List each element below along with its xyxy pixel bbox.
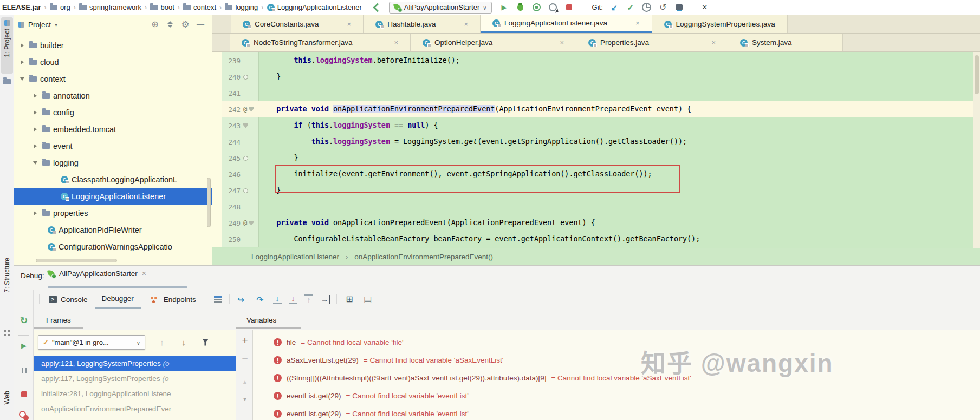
run-configuration-selector[interactable]: AliPayApplicationStarter (389, 2, 492, 14)
project-panel-title[interactable]: Project (28, 21, 51, 29)
stop-icon[interactable] (18, 388, 30, 400)
show-execution-point-icon[interactable]: ↪ (235, 293, 247, 305)
breadcrumb-item[interactable]: boot (150, 3, 174, 11)
watch-down-icon[interactable]: ▼ (239, 393, 251, 405)
run-to-cursor-icon[interactable]: → (320, 295, 330, 304)
stop-icon[interactable] (563, 2, 575, 14)
thread-down-icon[interactable]: ↓ (178, 336, 190, 348)
close-icon[interactable]: × (560, 38, 564, 47)
rollback-icon[interactable]: ↺ (657, 2, 669, 14)
close-icon[interactable] (142, 269, 146, 278)
variable-row[interactable]: !aSaxEventList.get(29)= Cannot find loca… (253, 351, 980, 369)
editor-tab[interactable]: CNodeToStringTransformer.java× (230, 34, 411, 51)
variable-row[interactable]: !eventList.get(29)= Cannot find local va… (253, 387, 980, 405)
chevron-right-icon[interactable] (31, 110, 39, 115)
coverage-icon[interactable] (531, 2, 543, 14)
editor-tab[interactable]: CCoreConstants.java× (231, 15, 364, 33)
chevron-right-icon[interactable] (31, 127, 39, 132)
tree-item[interactable]: logging (14, 154, 212, 171)
close-icon[interactable]: × (635, 19, 640, 27)
vertical-scrollbar[interactable] (207, 178, 211, 227)
debug-icon[interactable] (515, 2, 527, 14)
evaluate-icon[interactable]: ⊞ (343, 293, 355, 305)
frame-row[interactable]: apply:117, LoggingSystemProperties (o (34, 371, 236, 386)
variable-row[interactable]: !file= Cannot find local variable 'file' (253, 333, 980, 351)
chevron-down-icon[interactable] (31, 161, 39, 165)
tree-item[interactable]: embedded.tomcat (14, 121, 212, 137)
profiler-icon[interactable] (547, 2, 559, 14)
editor-breadcrumb-item[interactable]: onApplicationEnvironmentPreparedEvent() (354, 253, 493, 261)
hide-panel-icon[interactable]: — (194, 18, 206, 30)
variable-row[interactable]: !eventList.get(29)= Cannot find local va… (253, 405, 980, 420)
view-breakpoints-icon[interactable] (18, 410, 30, 420)
rerun-icon[interactable]: ↻ (18, 314, 30, 326)
resume-icon[interactable]: ▶ (18, 339, 30, 351)
tree-item[interactable]: annotation (14, 87, 212, 104)
tree-item[interactable]: event (14, 137, 212, 154)
locate-icon[interactable]: ⊕ (149, 18, 161, 30)
tab-console[interactable]: >Console (42, 290, 95, 309)
thread-up-icon[interactable]: ↑ (156, 336, 168, 348)
watch-up-icon[interactable]: ▲ (239, 376, 251, 388)
git-log-icon[interactable] (673, 2, 685, 14)
tree-item[interactable]: CConfigurationWarningsApplicatio (14, 238, 212, 255)
tree-item[interactable]: CLoggingApplicationListener (14, 188, 212, 205)
layout-icon[interactable]: ▤ (362, 293, 374, 305)
pause-icon[interactable] (18, 364, 30, 376)
tool-tab-project[interactable]: 1: Project (1, 17, 13, 74)
frame-row[interactable]: apply:121, LoggingSystemProperties (o (34, 356, 236, 371)
filter-icon[interactable] (199, 336, 211, 348)
tree-item[interactable]: CApplicationPidFileWriter (14, 221, 212, 238)
chevron-right-icon[interactable] (31, 144, 39, 148)
code-area[interactable]: 239 this.loggingSystem.beforeInitialize(… (212, 52, 980, 248)
settings-icon[interactable]: ⚙ (179, 18, 191, 30)
tab-debugger[interactable]: Debugger (95, 290, 141, 309)
hamburger-icon[interactable] (212, 293, 224, 305)
step-out-icon[interactable]: ↑ (304, 294, 313, 304)
tree-item[interactable]: cloud (14, 54, 212, 70)
editor-breadcrumb-item[interactable]: LoggingApplicationListener (251, 253, 339, 261)
tree-item[interactable]: CClasspathLoggingApplicationL (14, 171, 212, 188)
back-icon[interactable] (371, 2, 382, 14)
tree-item[interactable]: builder (14, 37, 212, 54)
debug-session-tab[interactable]: AliPayApplicationStarter (48, 269, 146, 278)
run-icon[interactable]: ▶ (498, 2, 510, 14)
tree-item[interactable]: config (14, 104, 212, 121)
variable-row[interactable]: !((String[])((AttributesImpl)((StartEven… (253, 369, 980, 387)
breadcrumb-item[interactable]: logging (225, 3, 258, 11)
frame-row[interactable]: initialize:281, LoggingApplicationListen… (34, 386, 236, 402)
close-icon[interactable]: × (347, 20, 352, 28)
editor-tab[interactable]: COptionHelper.java× (411, 34, 576, 51)
chevron-right-icon[interactable] (18, 43, 26, 48)
editor-tab[interactable]: CHashtable.java× (364, 15, 481, 33)
remove-watch-icon[interactable]: − (239, 352, 251, 364)
frames-title[interactable]: Frames (46, 316, 71, 324)
tool-grid-icon[interactable] (4, 330, 10, 336)
chevron-right-icon[interactable] (31, 211, 39, 215)
close-icon[interactable]: × (711, 38, 716, 47)
chevron-down-icon[interactable] (18, 77, 26, 81)
breadcrumb-item[interactable]: ELEASE.jar (2, 3, 41, 11)
folder-icon[interactable] (3, 79, 11, 84)
editor-tab[interactable]: CProperties.java× (576, 34, 728, 51)
step-into-icon[interactable]: ↓ (273, 294, 282, 304)
fold-icon[interactable] (243, 188, 248, 193)
breadcrumb-item[interactable]: context (183, 3, 216, 11)
tree-item[interactable]: context (14, 70, 212, 87)
commit-icon[interactable]: ✓ (625, 2, 637, 14)
variables-title[interactable]: Variables (246, 316, 276, 324)
tabs-options-icon[interactable]: — (220, 20, 228, 29)
chevron-right-icon[interactable] (18, 60, 26, 64)
tool-tab-structure[interactable]: 7: Structure (3, 258, 11, 293)
toolbar-more-icon[interactable]: ✕ (699, 2, 711, 14)
tab-endpoints[interactable]: Endpoints (141, 290, 203, 309)
fold-icon[interactable] (243, 156, 248, 161)
step-over-icon[interactable]: ↷ (254, 293, 266, 305)
editor-tab[interactable]: CLoggingSystemProperties.java (652, 15, 788, 33)
collapse-all-icon[interactable] (164, 18, 176, 30)
variables-panel[interactable]: !file= Cannot find local variable 'file'… (253, 330, 980, 420)
close-icon[interactable]: × (464, 20, 468, 28)
update-project-icon[interactable]: ↙ (608, 2, 620, 14)
breadcrumb-item[interactable]: org (50, 3, 70, 11)
horizontal-scrollbar[interactable] (36, 259, 117, 262)
